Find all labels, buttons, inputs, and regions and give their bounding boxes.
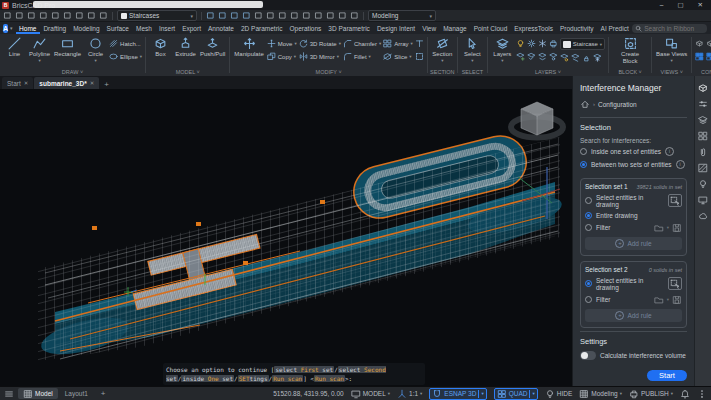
attachments-icon[interactable] <box>698 147 708 157</box>
layer-on-icon[interactable] <box>560 53 569 62</box>
structure-browser-icon[interactable] <box>698 83 708 93</box>
tool-button[interactable] <box>560 52 605 63</box>
3d-mirror-button[interactable]: 3D Mirror▾ <box>299 51 341 62</box>
gear-icon[interactable] <box>527 39 536 48</box>
add-rule-button-set1[interactable]: + Add rule <box>585 237 682 250</box>
snap-tracking-icon[interactable] <box>218 11 227 20</box>
ribbon-tab-design-intent[interactable]: Design Intent <box>373 23 418 34</box>
layout-tab-model[interactable]: Model <box>18 388 58 399</box>
radio-filter-set1[interactable]: Filter ▾ <box>585 223 682 233</box>
layer-iso-icon[interactable] <box>549 52 558 61</box>
status-bell[interactable] <box>680 389 690 399</box>
save-icon[interactable] <box>27 11 36 20</box>
open-file-icon[interactable] <box>15 11 24 20</box>
command-option[interactable]: inside One set <box>181 375 234 382</box>
workspace-dropdown[interactable]: Modeling ▾ <box>368 10 436 21</box>
select-button[interactable]: Select▾ <box>460 35 485 63</box>
tool-button[interactable] <box>415 51 424 62</box>
ribbon-tab-home[interactable]: Home <box>16 23 40 34</box>
staircase-button[interactable]: Staircase▾ <box>560 38 605 50</box>
open-filter-icon[interactable] <box>654 295 664 305</box>
copy-button[interactable]: Copy▾ <box>267 51 297 62</box>
layer-off-icon[interactable] <box>571 53 580 62</box>
box-button[interactable]: Box <box>148 35 173 58</box>
selection-modes-icon[interactable] <box>242 11 251 20</box>
document-tab-submarine-3d-[interactable]: submarine_3D*✕ <box>34 77 99 89</box>
add-layout-button[interactable]: + <box>97 389 110 398</box>
minimize-button[interactable]: – <box>660 1 664 9</box>
close-button[interactable]: ✕ <box>698 1 703 9</box>
save-all-icon[interactable] <box>39 11 48 20</box>
ribbon-tab-view[interactable]: View <box>419 23 440 34</box>
ribbon-tab-manage[interactable]: Manage <box>440 23 471 34</box>
hatch--button[interactable]: Hatch... <box>109 38 142 49</box>
ribbon-tab-modeling[interactable]: Modeling <box>70 23 103 34</box>
rectangle-button[interactable]: Rectangle <box>52 35 83 58</box>
layer-prev-icon[interactable] <box>527 52 536 61</box>
quadgrid-icon[interactable] <box>706 52 711 61</box>
radio-between-two-sets[interactable]: Between two sets of entities i <box>580 160 687 169</box>
display-icon[interactable] <box>698 195 708 205</box>
cloud-icon[interactable] <box>698 211 708 221</box>
pan-icon[interactable] <box>278 11 287 20</box>
app-menu-button[interactable]: A <box>3 24 8 33</box>
start-button[interactable]: Start <box>647 370 687 381</box>
redo-icon[interactable] <box>99 11 108 20</box>
add-rule-button-set2[interactable]: + Add rule <box>585 309 682 322</box>
manipulate-button[interactable]: Manipulate <box>232 35 265 58</box>
ribbon-search-input[interactable] <box>644 25 704 32</box>
open-filter-icon[interactable] <box>654 223 664 233</box>
marquee-icon[interactable] <box>415 52 424 61</box>
3d-rotate-button[interactable]: 3D Rotate▾ <box>299 38 341 49</box>
status-1-1[interactable]: 1:1▾ <box>397 389 422 399</box>
save-filter-icon[interactable] <box>672 223 682 233</box>
line-button[interactable]: Line <box>2 35 27 58</box>
ribbon-tab-annotate[interactable]: Annotate <box>204 23 237 34</box>
tool-button[interactable] <box>516 38 558 49</box>
home-icon[interactable] <box>580 99 590 109</box>
radio-filter-set2[interactable]: Filter ▾ <box>585 295 682 305</box>
pick-entities-button[interactable] <box>668 194 682 207</box>
save-filter-icon[interactable] <box>672 295 682 305</box>
look-from-icon[interactable] <box>302 11 311 20</box>
status-kebab[interactable] <box>697 389 707 399</box>
section-button[interactable]: Section▾ <box>430 35 455 63</box>
print-icon[interactable] <box>549 39 558 48</box>
visual-styles-icon[interactable] <box>338 11 347 20</box>
undo-icon[interactable] <box>87 11 96 20</box>
orbit-icon[interactable] <box>266 11 275 20</box>
tool-button[interactable] <box>516 51 558 62</box>
settings-icon[interactable] <box>350 11 359 20</box>
grid-display-icon[interactable] <box>254 11 263 20</box>
status-esnap-3d[interactable]: ESNAP 3D▾ <box>429 388 486 400</box>
command-option[interactable]: SETtings <box>238 375 269 382</box>
close-tab-icon[interactable]: ✕ <box>90 80 95 86</box>
ribbon-tab-insert[interactable]: Insert <box>155 23 178 34</box>
extrude-button[interactable]: Extrude <box>173 35 198 58</box>
chamfer-button[interactable]: Chamfer▾ <box>343 38 381 49</box>
publish-icon[interactable] <box>75 11 84 20</box>
cube1-icon[interactable] <box>695 39 704 48</box>
radio-select-entities-set1[interactable]: Select entities in drawing <box>585 194 682 208</box>
command-option[interactable]: select First set <box>274 366 334 373</box>
array-button[interactable]: Array▾ <box>383 38 413 49</box>
dynamic-ucs-icon[interactable] <box>230 11 239 20</box>
layout-menu-icon[interactable] <box>4 389 14 399</box>
ribbon-tab-operations[interactable]: Operations <box>286 23 325 34</box>
fillet-button[interactable]: Fillet▾ <box>343 51 381 62</box>
ribbon-tab-2d-parametric[interactable]: 2D Parametric <box>237 23 286 34</box>
polyline-button[interactable]: Polyline▾ <box>27 35 52 63</box>
ribbon-tab-ai-predict[interactable]: AI Predict <box>597 23 632 34</box>
blocks-panel-icon[interactable] <box>698 131 708 141</box>
ribbon-tab-drafting[interactable]: Drafting <box>40 23 70 34</box>
status-hide[interactable]: HIDE <box>545 389 573 399</box>
lights-icon[interactable] <box>698 179 708 189</box>
slice-button[interactable]: Slice▾ <box>383 51 413 62</box>
document-tab-start[interactable]: Start✕ <box>2 77 33 89</box>
new-file-icon[interactable] <box>3 11 12 20</box>
push-pull-button[interactable]: Push/Pull <box>198 35 227 58</box>
ellipse-button[interactable]: Ellipse▾ <box>109 51 142 62</box>
base-views-button[interactable]: Base Views▾ <box>654 35 689 63</box>
viewport-3d[interactable]: Choose an option to continue [select Fir… <box>0 89 572 386</box>
materials-toggle-icon[interactable] <box>326 11 335 20</box>
